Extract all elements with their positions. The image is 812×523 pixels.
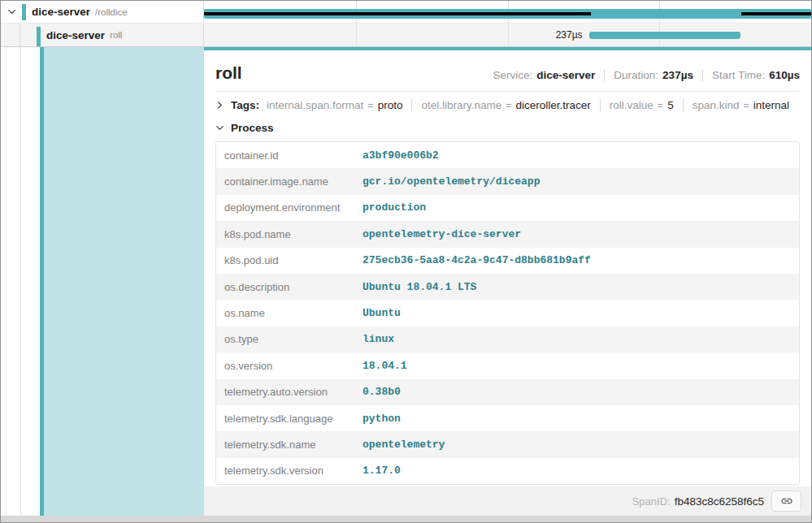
tree-indent-guide (20, 47, 21, 516)
process-key: telemetry.sdk.language (216, 413, 363, 425)
table-row: deployment.environmentproduction (216, 195, 799, 221)
process-value: opentelemetry (363, 439, 445, 451)
table-row: telemetry.auto.version0.38b0 (216, 379, 799, 405)
table-row: os.nameUbuntu (216, 300, 799, 326)
start-time-stat-value: 610µs (769, 69, 800, 81)
span-name-cell-rolldice[interactable]: dice-server /rolldice (1, 1, 204, 24)
service-stat-label: Service: (493, 69, 532, 81)
tag-key: otel.library.name (421, 99, 502, 111)
service-stat-value: dice-server (536, 69, 595, 81)
span-detail-header: roll Service: dice-server Duration: 237µ… (215, 63, 800, 83)
tag-value: internal (753, 99, 789, 111)
process-key: telemetry.auto.version (216, 386, 363, 398)
process-key: os.name (216, 307, 363, 319)
process-key: os.version (216, 360, 363, 372)
process-value: Ubuntu 18.04.1 LTS (363, 281, 476, 293)
chevron-right-icon[interactable] (215, 101, 224, 110)
table-row: k8s.pod.uid275ecb36-5aa8-4c2a-9c47-d8bb6… (216, 248, 799, 274)
header-divider (215, 91, 800, 92)
table-row: telemetry.sdk.version1.17.0 (216, 458, 799, 484)
span-detail-panel: roll Service: dice-server Duration: 237µ… (204, 47, 811, 516)
process-key: deployment.environment (216, 201, 363, 214)
process-key: k8s.pod.name (216, 228, 363, 240)
tag-value: 5 (667, 99, 674, 111)
table-row: container.ida3bf90e006b2 (216, 142, 799, 168)
tree-indent-guide (6, 47, 7, 516)
tag-separator (683, 99, 684, 111)
process-value: 0.38b0 (363, 386, 401, 398)
tree-indent-guide (20, 24, 20, 46)
table-row: k8s.pod.nameopentelemetry-dice-server (216, 221, 799, 247)
detail-left-column (1, 47, 204, 516)
span-bar-segment (741, 12, 811, 15)
tag-equals: = (367, 100, 373, 111)
table-row: os.version18.04.1 (216, 352, 799, 378)
operation-name: /rolldice (95, 7, 128, 17)
process-value: 275ecb36-5aa8-4c2a-9c47-d8bb681b9aff (363, 254, 591, 266)
process-key: os.type (216, 333, 363, 345)
service-name: dice-server (32, 6, 90, 18)
process-value: linux (363, 333, 394, 345)
tag-equals: = (743, 100, 749, 111)
stat-separator (604, 69, 605, 81)
tags-section-toggle[interactable]: Tags: internal.span.format = proto otel.… (215, 99, 800, 111)
jaeger-trace-timeline-view: dice-server /rolldice dice-server roll 2… (0, 0, 812, 523)
tags-header: Tags: (231, 99, 259, 111)
tag-separator (411, 99, 412, 111)
process-section-toggle[interactable]: Process (215, 122, 800, 134)
tag-key: roll.value (610, 99, 654, 111)
service-name: dice-server (46, 29, 105, 41)
span-bar-segment (204, 12, 591, 15)
process-value: opentelemetry-dice-server (363, 228, 521, 240)
stat-separator (702, 69, 703, 81)
timeline-gridline (508, 24, 509, 46)
tag-value: diceroller.tracer (516, 99, 591, 111)
tag-separator (600, 99, 601, 111)
process-key: telemetry.sdk.version (216, 465, 363, 477)
roll-span-bar[interactable] (589, 32, 741, 39)
span-detail-row: roll Service: dice-server Duration: 237µ… (1, 47, 811, 516)
process-key: k8s.pod.uid (216, 254, 363, 266)
process-header: Process (231, 122, 274, 134)
rolldice-span-bar[interactable] (204, 9, 811, 19)
selected-span-highlight (44, 47, 204, 516)
chevron-down-icon[interactable] (215, 123, 224, 132)
span-title: roll (215, 63, 242, 83)
table-row: container.image.namegcr.io/opentelemetry… (216, 168, 799, 194)
chevron-down-icon[interactable] (7, 7, 16, 16)
table-row: os.typelinux (216, 326, 799, 352)
timeline-gridline (356, 24, 357, 46)
process-value: a3bf90e006b2 (363, 149, 439, 162)
span-duration-label: 237µs (556, 29, 583, 41)
span-detail-footer: SpanID: fb483c8c6258f6c5 (204, 486, 811, 516)
process-value: 1.17.0 (363, 465, 401, 477)
duration-stat-value: 237µs (662, 69, 693, 81)
start-time-stat-label: Start Time: (712, 69, 765, 81)
table-row: os.descriptionUbuntu 18.04.1 LTS (216, 274, 799, 300)
span-stats: Service: dice-server Duration: 237µs Sta… (493, 69, 800, 81)
process-value: Ubuntu (363, 307, 401, 319)
span-row-roll[interactable]: dice-server roll 237µs (1, 24, 811, 47)
tag-value: proto (378, 99, 403, 111)
horizontal-scrollbar-track[interactable] (1, 516, 811, 522)
span-name-cell-roll[interactable]: dice-server roll (1, 24, 204, 46)
tag-equals: = (506, 100, 511, 111)
span-timeline-cell-roll[interactable]: 237µs (204, 24, 811, 46)
copy-span-link-button[interactable] (771, 491, 801, 512)
tag-equals: = (658, 100, 663, 111)
span-row-rolldice[interactable]: dice-server /rolldice (1, 1, 811, 24)
process-key: telemetry.sdk.name (216, 439, 363, 451)
service-color-bar (22, 4, 26, 20)
process-value: 18.04.1 (363, 360, 407, 372)
operation-name: roll (110, 30, 122, 40)
process-value: production (363, 201, 426, 214)
spanid-value: fb483c8c6258f6c5 (675, 495, 764, 508)
process-value: gcr.io/opentelemetry/diceapp (363, 175, 540, 188)
tag-key: span.kind (693, 99, 740, 111)
duration-stat-label: Duration: (614, 69, 658, 81)
tag-key: internal.span.format (267, 99, 363, 111)
process-key: container.image.name (216, 175, 363, 188)
span-timeline-cell-rolldice[interactable] (204, 1, 811, 24)
process-kv-table: container.ida3bf90e006b2 container.image… (215, 141, 800, 485)
spanid-label: SpanID: (632, 495, 671, 508)
